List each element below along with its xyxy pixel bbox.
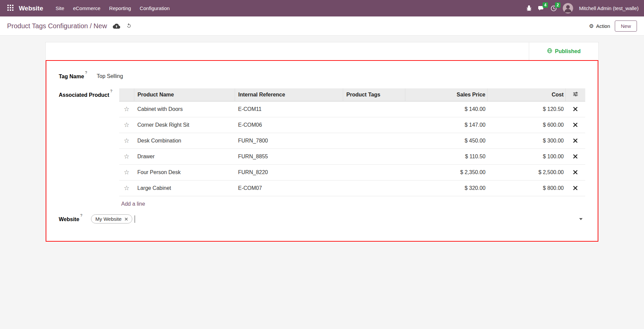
delete-row-icon[interactable]	[572, 169, 579, 176]
cell-internal-reference[interactable]: E-COM06	[235, 117, 343, 133]
cell-product-name[interactable]: Large Cabinet	[134, 180, 235, 196]
add-a-line-link[interactable]: Add a line	[121, 201, 145, 207]
user-menu[interactable]: Mitchell Admin (test_walle)	[579, 5, 639, 11]
table-row[interactable]: ☆ Drawer FURN_8855 $ 110.50 $ 100.00	[119, 149, 585, 164]
cell-product-tags[interactable]	[343, 117, 405, 133]
header-product-tags[interactable]: Product Tags	[343, 88, 405, 101]
cell-cost[interactable]: $ 600.00	[487, 117, 565, 133]
table-row[interactable]: ☆ Desk Combination FURN_7800 $ 450.00 $ …	[119, 133, 585, 149]
activities-clock-icon[interactable]: 2	[550, 5, 557, 12]
cell-sales-price[interactable]: $ 140.00	[405, 101, 487, 117]
user-avatar[interactable]	[563, 3, 573, 13]
cell-product-tags[interactable]	[343, 101, 405, 117]
header-internal-reference[interactable]: Internal Reference	[235, 88, 343, 101]
cell-sales-price[interactable]: $ 320.00	[405, 180, 487, 196]
favorite-star-icon[interactable]: ☆	[124, 153, 129, 160]
cell-product-tags[interactable]	[343, 149, 405, 164]
website-tags-input[interactable]: My Website	[91, 214, 585, 223]
tag-name-input[interactable]: Top Selling	[97, 73, 123, 79]
cell-sales-price[interactable]: $ 110.50	[405, 149, 487, 164]
tag-name-label: Tag Name?	[59, 73, 97, 80]
top-navbar: Website Site eCommerce Reporting Configu…	[0, 0, 644, 16]
cell-cost[interactable]: $ 120.50	[487, 101, 565, 117]
delete-row-icon[interactable]	[572, 106, 579, 113]
cell-cost[interactable]: $ 300.00	[487, 133, 565, 149]
field-row-associated-product: Associated Product? Product Name Interna…	[59, 88, 585, 207]
table-row[interactable]: ☆ Corner Desk Right Sit E-COM06 $ 147.00…	[119, 117, 585, 133]
cell-delete	[565, 149, 585, 164]
cell-favorite: ☆	[119, 101, 134, 117]
menu-site[interactable]: Site	[51, 0, 69, 16]
favorite-star-icon[interactable]: ☆	[124, 137, 129, 144]
table-row[interactable]: ☆ Four Person Desk FURN_8220 $ 2,350.00 …	[119, 164, 585, 180]
new-button[interactable]: New	[615, 20, 637, 32]
action-label: Action	[596, 23, 610, 29]
cell-product-name[interactable]: Corner Desk Right Sit	[134, 117, 235, 133]
website-tag-pill[interactable]: My Website	[91, 214, 132, 223]
table-row[interactable]: ☆ Large Cabinet E-COM07 $ 320.00 $ 800.0…	[119, 180, 585, 196]
published-label: Published	[555, 48, 581, 54]
cell-favorite: ☆	[119, 164, 134, 180]
form-sheet: Published Tag Name? Top Selling Associat…	[45, 42, 599, 242]
cell-internal-reference[interactable]: FURN_8855	[235, 149, 343, 164]
cell-product-tags[interactable]	[343, 180, 405, 196]
header-sales-price[interactable]: Sales Price	[405, 88, 487, 101]
menu-configuration[interactable]: Configuration	[135, 0, 174, 16]
table-row[interactable]: ☆ Cabinet with Doors E-COM11 $ 140.00 $ …	[119, 101, 585, 117]
cell-product-tags[interactable]	[343, 133, 405, 149]
menu-reporting[interactable]: Reporting	[105, 0, 135, 16]
navbar-menus: Site eCommerce Reporting Configuration	[51, 0, 174, 16]
activities-badge: 2	[555, 2, 561, 8]
cell-sales-price[interactable]: $ 450.00	[405, 133, 487, 149]
highlighted-form-region: Tag Name? Top Selling Associated Product…	[46, 60, 598, 242]
favorite-star-icon[interactable]: ☆	[124, 169, 129, 176]
cell-delete	[565, 133, 585, 149]
cell-internal-reference[interactable]: FURN_8220	[235, 164, 343, 180]
cell-internal-reference[interactable]: FURN_7800	[235, 133, 343, 149]
cell-favorite: ☆	[119, 117, 134, 133]
discard-undo-icon[interactable]	[126, 23, 132, 29]
associated-product-help-icon: ?	[110, 89, 112, 93]
header-product-name[interactable]: Product Name	[134, 88, 235, 101]
cell-favorite: ☆	[119, 149, 134, 164]
cell-cost[interactable]: $ 800.00	[487, 180, 565, 196]
cell-product-name[interactable]: Four Person Desk	[134, 164, 235, 180]
messages-icon[interactable]: 4	[538, 5, 545, 12]
cell-product-name[interactable]: Drawer	[134, 149, 235, 164]
header-cost[interactable]: Cost	[487, 88, 565, 101]
apps-menu-button[interactable]	[5, 0, 16, 16]
optional-columns-button[interactable]	[565, 88, 585, 101]
cell-sales-price[interactable]: $ 2,350.00	[405, 164, 487, 180]
cell-internal-reference[interactable]: E-COM07	[235, 180, 343, 196]
content-area: Published Tag Name? Top Selling Associat…	[0, 36, 644, 329]
favorite-star-icon[interactable]: ☆	[124, 121, 129, 128]
cell-internal-reference[interactable]: E-COM11	[235, 101, 343, 117]
delete-row-icon[interactable]	[572, 153, 579, 160]
debug-bug-icon[interactable]	[526, 5, 532, 11]
favorite-star-icon[interactable]: ☆	[124, 184, 129, 192]
cell-product-name[interactable]: Desk Combination	[134, 133, 235, 149]
breadcrumb-parent[interactable]: Product Tags Configuration	[7, 22, 88, 30]
cell-favorite: ☆	[119, 133, 134, 149]
remove-tag-icon[interactable]	[125, 217, 128, 221]
cell-cost[interactable]: $ 100.00	[487, 149, 565, 164]
menu-ecommerce[interactable]: eCommerce	[68, 0, 105, 16]
delete-row-icon[interactable]	[572, 184, 579, 192]
website-dropdown-caret-icon[interactable]	[579, 218, 583, 220]
action-menu-button[interactable]: ⚙ Action	[589, 23, 610, 29]
save-cloud-icon[interactable]	[113, 23, 120, 29]
product-table-body: ☆ Cabinet with Doors E-COM11 $ 140.00 $ …	[119, 101, 585, 196]
published-toggle[interactable]: Published	[529, 42, 598, 60]
delete-row-icon[interactable]	[572, 137, 579, 144]
cell-sales-price[interactable]: $ 147.00	[405, 117, 487, 133]
field-row-tag-name: Tag Name? Top Selling	[59, 73, 585, 80]
favorite-star-icon[interactable]: ☆	[124, 106, 129, 113]
website-label: Website?	[59, 216, 91, 222]
cell-cost[interactable]: $ 2,500.00	[487, 164, 565, 180]
delete-row-icon[interactable]	[572, 121, 579, 128]
cell-product-tags[interactable]	[343, 164, 405, 180]
navbar-left: Website Site eCommerce Reporting Configu…	[5, 0, 174, 16]
associated-product-label: Associated Product?	[59, 88, 119, 98]
cell-product-name[interactable]: Cabinet with Doors	[134, 101, 235, 117]
app-name[interactable]: Website	[19, 5, 43, 12]
